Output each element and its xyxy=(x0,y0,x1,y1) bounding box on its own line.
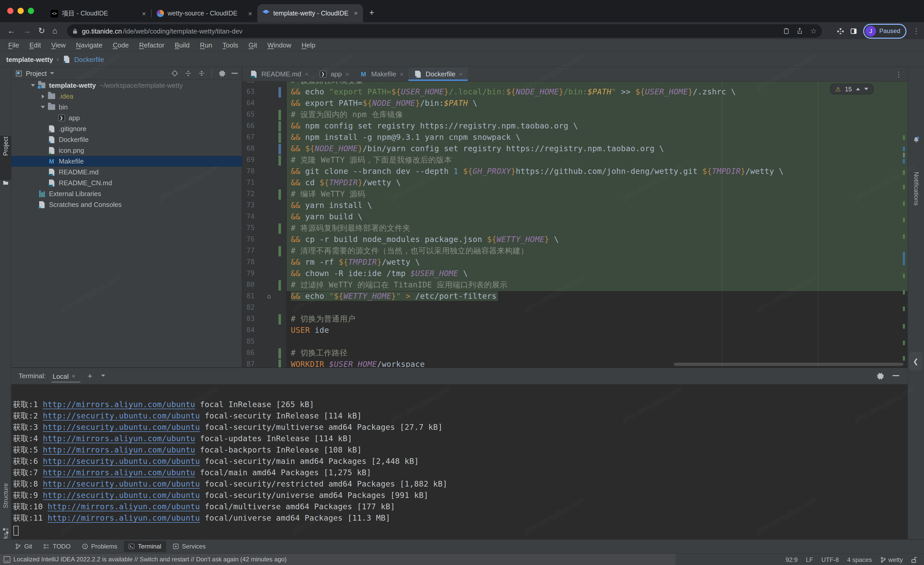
browser-tab-1[interactable]: <>项目 - CloudIDE× xyxy=(45,5,151,22)
stripe-mark[interactable] xyxy=(903,147,905,151)
minimize-window-button[interactable] xyxy=(18,8,24,14)
close-tab-icon[interactable]: × xyxy=(345,71,349,78)
terminal-output[interactable]: 获取:1 http://mirrors.aliyun.com/ubuntu fo… xyxy=(11,385,908,539)
tree-item-bin[interactable]: bin xyxy=(11,102,242,113)
home-icon[interactable]: ⌂ xyxy=(52,26,57,35)
profile-chip[interactable]: J Paused xyxy=(863,24,906,38)
inspection-widget[interactable]: ⚠ 15 xyxy=(830,84,873,95)
chevron-right-icon[interactable] xyxy=(38,94,47,98)
stripe-mark[interactable] xyxy=(903,159,905,164)
close-tab-icon[interactable]: × xyxy=(142,9,146,17)
close-icon[interactable]: × xyxy=(72,373,75,380)
stripe-mark[interactable] xyxy=(903,170,905,175)
address-bar[interactable]: go.titanide.cn/ide/web/coding/template-w… xyxy=(67,24,822,38)
stripe-mark[interactable] xyxy=(903,185,905,189)
close-tab-icon[interactable]: × xyxy=(354,9,358,17)
line-ending[interactable]: LF xyxy=(806,556,813,563)
tree-item-makefile[interactable]: MMakefile xyxy=(11,156,242,167)
menu-help[interactable]: Help xyxy=(297,41,321,49)
share-icon[interactable] xyxy=(797,27,803,35)
new-tab-button[interactable]: + xyxy=(369,8,374,18)
code-area[interactable]: 62# 设置路径环境变量63&& echo "export PATH=${USE… xyxy=(242,81,908,367)
indent-setting[interactable]: 4 spaces xyxy=(847,556,872,563)
toolwindow-button-todo[interactable]: TODO xyxy=(39,541,75,552)
stripe-mark[interactable] xyxy=(903,234,905,239)
menu-build[interactable]: Build xyxy=(170,41,195,49)
stripe-mark[interactable] xyxy=(903,201,905,206)
menu-run[interactable]: Run xyxy=(195,41,218,49)
locate-target-icon[interactable] xyxy=(171,70,178,77)
terminal-url-link[interactable]: http://mirrors.aliyun.com/ubuntu xyxy=(43,468,195,477)
tree-item-readme_cn.md[interactable]: MDREADME_CN.md xyxy=(11,177,242,188)
browser-menu-icon[interactable]: ⋮ xyxy=(913,27,920,35)
stripe-mark[interactable] xyxy=(903,135,905,140)
file-encoding[interactable]: UTF-8 xyxy=(821,556,839,563)
terminal-url-link[interactable]: http://security.ubuntu.com/ubuntu xyxy=(43,457,200,466)
caret-position[interactable]: 92:9 xyxy=(786,556,798,563)
reload-icon[interactable]: ↻ xyxy=(38,26,45,36)
tree-item-scratchesandconsoles[interactable]: Scratches and Consoles xyxy=(11,199,242,210)
tree-item-dockerfile[interactable]: DDockerfile xyxy=(11,134,242,145)
gear-icon[interactable] xyxy=(218,70,225,77)
close-tab-icon[interactable]: × xyxy=(400,71,404,78)
tree-item-icon.png[interactable]: icon.png xyxy=(11,145,242,156)
error-stripe[interactable] xyxy=(902,81,906,367)
menu-code[interactable]: Code xyxy=(108,41,134,49)
stripe-mark[interactable] xyxy=(903,153,905,157)
bookmark-star-icon[interactable]: ☆ xyxy=(810,27,817,35)
browser-tab-3[interactable]: template-wetty - CloudIDE× xyxy=(257,4,363,22)
side-panel-icon[interactable] xyxy=(850,28,857,34)
menu-view[interactable]: View xyxy=(46,41,71,49)
back-icon[interactable]: ← xyxy=(7,26,15,35)
terminal-url-link[interactable]: http://security.ubuntu.com/ubuntu xyxy=(43,479,200,488)
terminal-url-link[interactable]: http://security.ubuntu.com/ubuntu xyxy=(43,491,200,500)
tree-item-app[interactable]: ❯app xyxy=(11,113,242,123)
tree-item-externallibraries[interactable]: External Libraries xyxy=(11,188,242,199)
chevron-down-icon[interactable] xyxy=(28,84,38,87)
chevron-down-icon[interactable] xyxy=(38,106,47,108)
editor-tab-makefile[interactable]: MMakefile× xyxy=(354,67,409,81)
close-tab-icon[interactable]: × xyxy=(305,71,309,78)
stripe-mark[interactable] xyxy=(903,356,905,361)
collapse-editor-chevron[interactable]: ❮ xyxy=(909,352,922,370)
tree-item-template-wetty[interactable]: template-wetty~/workspace/template-wetty xyxy=(11,80,242,91)
zoom-window-button[interactable] xyxy=(28,8,34,14)
extensions-puzzle-icon[interactable] xyxy=(837,27,844,35)
breadcrumb-file[interactable]: Dockerfile xyxy=(74,56,104,63)
stripe-mark[interactable] xyxy=(903,290,905,295)
menu-git[interactable]: Git xyxy=(243,41,262,49)
tree-item-.gitignore[interactable]: .gitignore xyxy=(11,123,242,134)
menu-window[interactable]: Window xyxy=(262,41,297,49)
status-message[interactable]: Localized IntelliJ IDEA 2022.2.2 is avai… xyxy=(14,556,286,563)
terminal-url-link[interactable]: http://mirrors.aliyun.com/ubuntu xyxy=(43,445,195,455)
git-branch-widget[interactable]: wetty xyxy=(880,556,903,563)
close-tab-icon[interactable]: × xyxy=(459,71,463,78)
unlock-icon[interactable] xyxy=(911,556,917,563)
stripe-mark[interactable] xyxy=(903,324,905,329)
editor-tab-dockerfile[interactable]: DDockerfile× xyxy=(409,67,468,81)
terminal-url-link[interactable]: http://mirrors.aliyun.com/ubuntu xyxy=(43,400,195,409)
new-terminal-icon[interactable]: + xyxy=(88,371,92,380)
stripe-mark[interactable] xyxy=(903,218,905,222)
terminal-settings-gear-icon[interactable] xyxy=(876,372,884,380)
toolwindow-button-git[interactable]: Git xyxy=(10,541,37,552)
menu-navigate[interactable]: Navigate xyxy=(71,41,108,49)
stripe-mark[interactable] xyxy=(903,341,905,345)
event-log-icon[interactable] xyxy=(4,556,10,563)
terminal-dropdown-chevron[interactable] xyxy=(101,374,105,377)
terminal-url-link[interactable]: http://security.ubuntu.com/ubuntu xyxy=(43,411,200,421)
terminal-url-link[interactable]: http://mirrors.aliyun.com/ubuntu xyxy=(48,513,200,523)
terminal-url-link[interactable]: http://security.ubuntu.com/ubuntu xyxy=(43,422,200,432)
close-window-button[interactable] xyxy=(7,8,14,14)
prev-warning-icon[interactable] xyxy=(856,88,860,90)
stripe-mark[interactable] xyxy=(903,273,905,278)
tree-item-.idea[interactable]: .idea xyxy=(11,91,242,102)
stripe-mark[interactable] xyxy=(903,307,905,311)
clipboard-icon[interactable] xyxy=(783,27,790,35)
project-panel-title[interactable]: Project xyxy=(26,69,46,77)
editor-tab-readmemd[interactable]: MDREADME.md× xyxy=(244,67,314,81)
editor-tab-app[interactable]: ❯app× xyxy=(314,67,354,81)
browser-tab-2[interactable]: wetty-source - CloudIDE× xyxy=(152,5,257,22)
toolwindow-button-terminal[interactable]: Terminal xyxy=(124,541,166,552)
minimize-terminal-icon[interactable] xyxy=(892,375,899,376)
